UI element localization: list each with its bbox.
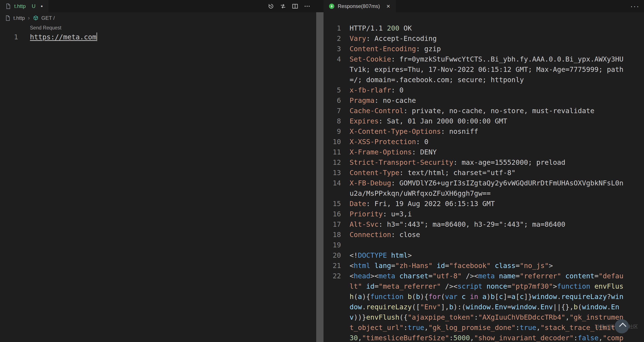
text-cursor	[96, 32, 97, 41]
line-content: Pragma: no-cache	[350, 95, 624, 106]
line-number: 3	[324, 44, 341, 54]
line-number: 18	[324, 229, 341, 240]
response-line: 9X-Content-Type-Options: nosniff	[324, 126, 644, 137]
response-line: 5x-fb-rlafr: 0	[324, 85, 644, 95]
response-line: 12Strict-Transport-Security: max-age=155…	[324, 157, 644, 168]
line-content: Expires: Sat, 01 Jan 2000 00:00:00 GMT	[350, 116, 624, 126]
response-line: 3Content-Encoding: gzip	[324, 44, 644, 54]
line-number: 9	[324, 126, 341, 137]
line-content: Cache-Control: private, no-cache, no-sto…	[350, 106, 624, 116]
line-number: 11	[324, 147, 341, 157]
editor-group-divider[interactable]	[316, 0, 324, 342]
line-content: <html lang="zh-Hans" id="facebook" class…	[350, 260, 624, 271]
line-content: Vary: Accept-Encoding	[350, 33, 624, 44]
line-number: 20	[324, 250, 341, 260]
file-icon	[5, 3, 11, 9]
response-line: 17Alt-Svc: h3=":443"; ma=86400, h3-29=":…	[324, 219, 644, 229]
response-line: 2Vary: Accept-Encoding	[324, 33, 644, 44]
response-line: 15Date: Fri, 19 Aug 2022 06:15:13 GMT	[324, 198, 644, 209]
response-line: 8Expires: Sat, 01 Jan 2000 00:00:00 GMT	[324, 116, 644, 126]
chevron-right-icon: ›	[28, 15, 30, 21]
editor-actions-left	[267, 0, 316, 12]
line-number: 17	[324, 219, 341, 229]
line-content: Content-Encoding: gzip	[350, 44, 624, 54]
response-line: 7Cache-Control: private, no-cache, no-st…	[324, 106, 644, 116]
tab-label: Response(807ms)	[338, 3, 380, 9]
line-content: https://meta.com	[30, 32, 97, 42]
line-content: X-Frame-Options: DENY	[350, 147, 624, 157]
line-content: X-FB-Debug: GOMVDlYZ6+ugrI3sIZgtaQy2y6vW…	[350, 178, 624, 198]
more-actions-icon[interactable]	[303, 2, 311, 10]
line-content: X-Content-Type-Options: nosniff	[350, 126, 624, 137]
close-icon[interactable]: ×	[386, 3, 390, 9]
line-content: Content-Type: text/html; charset="utf-8"	[350, 168, 624, 178]
line-number: 21	[324, 260, 341, 271]
editor-group-response: Response(807ms) × ··· 1HTTP/1.1 200 OK2V…	[324, 0, 644, 342]
line-number: 22	[324, 271, 341, 281]
line-number: 19	[324, 240, 341, 250]
line-number: 10	[324, 137, 341, 147]
line-number: 7	[324, 106, 341, 116]
response-line: 6Pragma: no-cache	[324, 95, 644, 106]
response-line: 13Content-Type: text/html; charset="utf-…	[324, 168, 644, 178]
response-line: 4Set-Cookie: fr=0ymzkStuFwwcYtCTS..Bi_yb…	[324, 54, 644, 85]
editor-group-request: t.http U ●	[0, 0, 316, 342]
chevron-up-icon	[619, 323, 626, 330]
unsaved-indicator-dot[interactable]: ●	[41, 4, 43, 8]
line-content: HTTP/1.1 200 OK	[350, 23, 624, 33]
tab-t-http[interactable]: t.http U ●	[0, 0, 48, 12]
tab-label: t.http	[14, 3, 26, 9]
response-editor[interactable]: 1HTTP/1.1 200 OK2Vary: Accept-Encoding3C…	[324, 12, 644, 342]
line-content: Strict-Transport-Security: max-age=15552…	[350, 157, 624, 168]
line-number: 13	[324, 168, 341, 178]
tab-response[interactable]: Response(807ms) ×	[324, 0, 396, 12]
file-icon	[5, 15, 11, 21]
send-request-codelens[interactable]: Send Request	[30, 22, 62, 33]
response-lines: 1HTTP/1.1 200 OK2Vary: Accept-Encoding3C…	[324, 23, 644, 342]
line-number: 15	[324, 198, 341, 209]
split-editor-icon[interactable]	[291, 2, 299, 10]
codelens-row: Send Request	[0, 24, 316, 32]
line-number: 1	[324, 23, 341, 33]
history-icon[interactable]	[267, 2, 275, 10]
git-status-badge: U	[32, 3, 35, 9]
breadcrumb-file[interactable]: t.http	[13, 15, 25, 21]
tab-bar-right: Response(807ms) × ···	[324, 0, 644, 12]
breadcrumb-symbol[interactable]: GET /	[41, 15, 55, 21]
request-url-link[interactable]: https://meta.com	[30, 33, 96, 41]
response-line: 22<head><meta charset="utf-8" /><meta na…	[324, 271, 644, 342]
response-line: 16Priority: u=3,i	[324, 209, 644, 219]
response-icon	[329, 3, 335, 9]
line-number: 12	[324, 157, 341, 168]
line-content: Set-Cookie: fr=0ymzkStuFwwcYtCTS..Bi_ybh…	[350, 54, 624, 85]
response-line: 11X-Frame-Options: DENY	[324, 147, 644, 157]
back-to-top-button[interactable]	[615, 319, 629, 334]
line-number: 8	[324, 116, 341, 126]
response-line: 1HTTP/1.1 200 OK	[324, 23, 644, 33]
more-actions-icon[interactable]: ···	[631, 2, 639, 10]
line-number: 5	[324, 85, 341, 95]
line-content: <!DOCTYPE html>	[350, 250, 624, 260]
tab-bar-left: t.http U ●	[0, 0, 316, 12]
line-content: Alt-Svc: h3=":443"; ma=86400, h3-29=":44…	[350, 219, 624, 229]
vscode-workbench: t.http U ●	[0, 0, 644, 342]
editor-actions-right: ···	[631, 0, 644, 12]
line-number: 4	[324, 54, 341, 64]
response-line: 18Connection: close	[324, 229, 644, 240]
line-number: 16	[324, 209, 341, 219]
response-line: 14X-FB-Debug: GOMVDlYZ6+ugrI3sIZgtaQy2y6…	[324, 178, 644, 198]
line-content: <head><meta charset="utf-8" /><meta name…	[350, 271, 624, 342]
scrollbar[interactable]	[316, 12, 324, 342]
line-content: Priority: u=3,i	[350, 209, 624, 219]
line-content: X-XSS-Protection: 0	[350, 137, 624, 147]
response-line: 19	[324, 240, 644, 250]
line-number: 6	[324, 95, 341, 106]
editor-line: 1 https://meta.com	[0, 32, 316, 42]
line-number: 1	[0, 32, 18, 42]
line-content: Date: Fri, 19 Aug 2022 06:15:13 GMT	[350, 198, 624, 209]
line-number: 14	[324, 178, 341, 188]
response-line: 10X-XSS-Protection: 0	[324, 137, 644, 147]
open-changes-icon[interactable]	[279, 2, 287, 10]
request-editor[interactable]: Send Request 1 https://meta.com	[0, 24, 316, 342]
response-line: 20<!DOCTYPE html>	[324, 250, 644, 260]
